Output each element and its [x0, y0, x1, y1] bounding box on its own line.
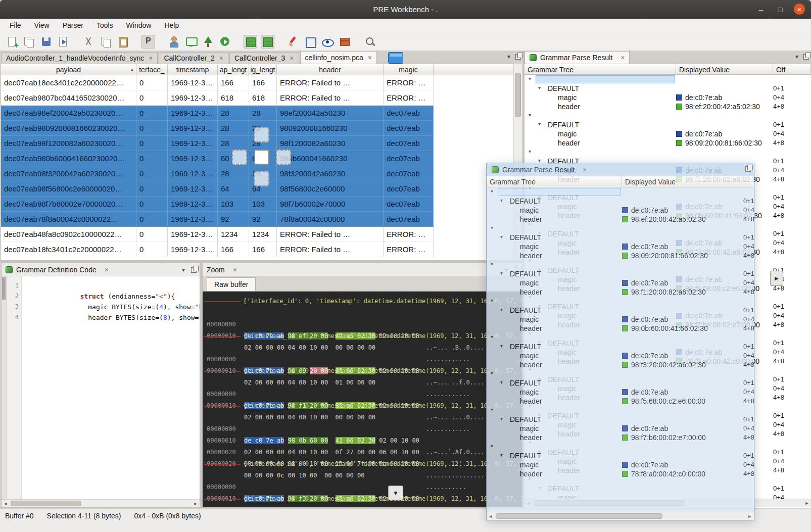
table-row[interactable]: dec07eab48fa8c0902c10000022… 0 1969-12-3…	[1, 227, 513, 242]
column-displayed-value[interactable]: Displayed Value	[676, 64, 773, 75]
table-row[interactable]: dec07eab98ef200042a50230020… 0 1969-12-3…	[1, 106, 513, 121]
parse-tree-header[interactable]: Grammar Tree Displayed Value Off	[524, 64, 811, 75]
tab-grammar-parse-result[interactable]: Grammar Parse Result ×	[524, 51, 630, 64]
tree-view-icon[interactable]	[201, 35, 215, 49]
cell-orig-length[interactable]: 1234	[249, 227, 277, 242]
parse-magic-row[interactable]: magic de:c0:7e:ab 0+4	[487, 242, 754, 251]
cell-payload[interactable]: dec07eab98ef200042a50230020…	[1, 106, 136, 121]
parse-header-row[interactable]: header 98:f1:20:00:82:a6:02:30 4+8	[487, 287, 754, 297]
cell-cap-length[interactable]: 166	[218, 242, 249, 257]
hex-line[interactable]: 00000010 02 00 00 00 04 00 10 00 00 00 0…	[203, 319, 522, 330]
menu-item[interactable]: View	[28, 19, 56, 31]
parse-header-row[interactable]: header 98:f7:b6:00:02:e7:00:00 4+8	[487, 433, 754, 442]
detach-panel-icon[interactable]	[803, 54, 809, 60]
detach-panel-icon[interactable]	[191, 267, 197, 273]
parse-default-row[interactable]: ▾ DEFAULT 0+1	[487, 306, 754, 315]
copy-icon[interactable]	[99, 35, 113, 49]
chevron-down-icon[interactable]: ▾	[491, 443, 493, 449]
chevron-down-icon[interactable]: ▾	[529, 76, 531, 81]
chevron-down-icon[interactable]: ▾	[500, 198, 503, 203]
parse-magic-row[interactable]: magic de:c0:7e:ab 0+4	[487, 460, 754, 469]
cell-interface[interactable]: 0	[136, 121, 168, 136]
close-tab-icon[interactable]: ×	[368, 54, 372, 62]
column-timestamp[interactable]: timestamp	[168, 64, 218, 75]
cell-orig-length[interactable]: 166	[249, 242, 277, 257]
dock-drop-center[interactable]	[254, 150, 269, 165]
cell-cap-length[interactable]: 92	[218, 212, 249, 227]
chevron-down-icon[interactable]: ▾	[529, 112, 531, 118]
parse-header-row[interactable]: header 78:f8:a0:00:42:c0:00:00 4+8	[487, 469, 754, 478]
scrollbar-thumb[interactable]	[11, 501, 81, 506]
parse-header-row[interactable]: header 98:ef:20:00:42:a5:02:30 4+8	[487, 215, 754, 224]
cell-cap-length[interactable]: 1234	[218, 227, 249, 242]
close-panel-icon[interactable]: ×	[233, 266, 237, 274]
detach-panel-icon[interactable]	[745, 166, 751, 172]
parse-default-row[interactable]: ▾ DEFAULT 0+1	[487, 269, 754, 278]
cell-timestamp[interactable]: 1969-12-3…	[168, 227, 218, 242]
cell-magic[interactable]: dec07eab	[384, 121, 434, 136]
cell-header[interactable]: ERROR: Failed to …	[277, 90, 384, 106]
cell-timestamp[interactable]: 1969-12-3…	[168, 212, 218, 227]
parse-header-row[interactable]: header 98:f3:20:00:42:a6:02:30 4+8	[487, 360, 754, 369]
cell-payload[interactable]: dec07eab18fc3401c2c20000022…	[1, 242, 136, 257]
scroll-left-icon[interactable]: ◄	[2, 500, 10, 507]
menu-item[interactable]: Window	[120, 19, 158, 31]
cell-timestamp[interactable]: 1969-12-3…	[168, 106, 218, 121]
parse-default-row[interactable]: ▾ DEFAULT 0+1	[487, 451, 754, 460]
document-tab[interactable]: CallController_3 ×	[229, 52, 299, 64]
cell-timestamp[interactable]: 1969-12-3…	[168, 90, 218, 106]
menu-item[interactable]: File	[3, 19, 28, 31]
parse-root-row[interactable]: ▾	[524, 75, 811, 84]
cell-timestamp[interactable]: 1969-12-3…	[168, 181, 218, 197]
chevron-down-icon[interactable]: ▾	[500, 379, 503, 385]
chevron-down-icon[interactable]: ▾	[500, 234, 503, 239]
parse-default-row[interactable]: ▾ DEFAULT 0+1	[524, 120, 811, 129]
chevron-down-icon[interactable]: ▾	[491, 261, 493, 267]
hex-line[interactable]: 00000020 00 00 00 00 08 00 10 00 13 00 7…	[203, 435, 522, 447]
menu-item[interactable]: Help	[158, 19, 185, 31]
cell-payload[interactable]: dec07eab9809200081660230020…	[1, 121, 136, 136]
cell-interface[interactable]: 0	[136, 151, 168, 166]
hex-line[interactable]: 00000000 de c0 7e ab 98 f3 20 00 42 a6 0…	[203, 470, 522, 481]
code-hscrollbar[interactable]: ◄ ►	[2, 499, 200, 507]
cell-header[interactable]: ERROR: Failed to …	[277, 242, 384, 257]
checkout-user-icon[interactable]	[167, 35, 180, 49]
marker-icon[interactable]	[286, 35, 300, 49]
table-row[interactable]: dec07eab18fc3401c2c20000022… 0 1969-12-3…	[1, 242, 513, 257]
panel-titlebar[interactable]: Zoom × ▾	[203, 263, 522, 276]
column-displayed-value[interactable]: Displayed Value	[622, 176, 743, 187]
cell-timestamp[interactable]: 1969-12-3…	[168, 151, 218, 166]
paste-icon[interactable]	[116, 35, 130, 49]
cell-magic[interactable]: dec07eab	[384, 166, 434, 181]
scroll-right-icon[interactable]: ►	[803, 500, 811, 507]
parse-header-row[interactable]: header 98:09:20:00:81:66:02:30 4+8	[524, 138, 811, 148]
chevron-down-icon[interactable]: ▾	[491, 334, 493, 340]
table-row[interactable]: dec07eab78f8a00042c0000022… 0 1969-12-3……	[1, 212, 513, 227]
parse-tree[interactable]: ▾ ▾ DEFAULT 0+1 magic de:c0:7e:ab 0+4	[487, 187, 754, 512]
cut-icon[interactable]	[82, 35, 96, 49]
scroll-right-icon[interactable]: ►	[746, 513, 754, 520]
cell-header[interactable]: 98f56800c2e60000	[277, 181, 384, 197]
cell-payload[interactable]: dec07eab78f8a00042c0000022…	[1, 212, 136, 227]
cell-magic[interactable]: ERROR: …	[384, 227, 434, 242]
table-row[interactable]: dec07eab9807bc0441650230020… 0 1969-12-3…	[1, 90, 513, 106]
cell-magic[interactable]: ERROR: …	[384, 242, 434, 257]
hex-line[interactable]: 00000000 de c0 7e ab 98 f5 68 00 c2 e6 0…	[203, 505, 522, 507]
parse-magic-row[interactable]: magic de:c0:7e:ab 0+4	[487, 315, 754, 324]
cell-header[interactable]: 980b600041660230	[277, 151, 384, 166]
parse-magic-row[interactable]: magic de:c0:7e:ab 0+4	[524, 129, 811, 138]
cell-interface[interactable]: 0	[136, 75, 168, 90]
tab-raw-buffer[interactable]: Raw buffer	[207, 277, 256, 291]
export-icon[interactable]	[57, 35, 70, 49]
tab-list-button[interactable]: ▾	[507, 53, 510, 60]
cell-magic[interactable]: dec07eab	[384, 106, 434, 121]
grid-view-icon[interactable]	[244, 35, 257, 49]
hex-dump-view[interactable]: {'interface_id': 0, 'timestamp': datetim…	[203, 292, 522, 507]
parse-root-row[interactable]: ▾	[487, 369, 754, 378]
dock-drop-left[interactable]	[232, 150, 247, 165]
cell-payload[interactable]: dec07eab18ec3401c2c20000022…	[1, 75, 136, 90]
column-magic[interactable]: magic	[384, 64, 434, 75]
cell-orig-length[interactable]: 28	[249, 106, 277, 121]
cell-orig-length[interactable]: 92	[249, 212, 277, 227]
close-tab-icon[interactable]: ×	[621, 54, 625, 62]
